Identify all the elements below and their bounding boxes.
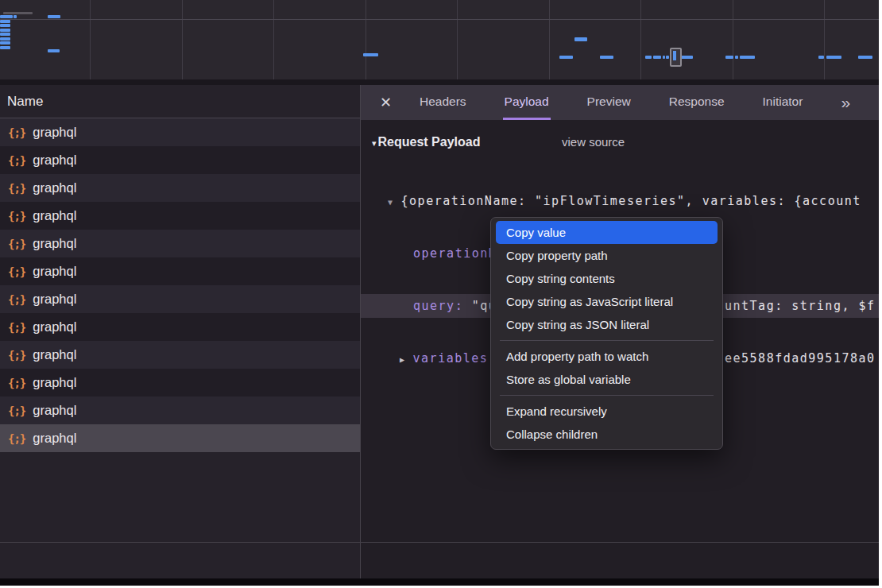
close-icon[interactable]: ✕ xyxy=(380,94,397,111)
view-source-link[interactable]: view source xyxy=(562,130,625,154)
property-key: query: xyxy=(413,299,463,313)
request-row[interactable]: {;}graphql xyxy=(0,118,360,146)
menu-item[interactable]: Store as global variable xyxy=(496,368,718,391)
request-timing-bar xyxy=(0,41,10,44)
name-column-header[interactable]: Name xyxy=(0,85,360,118)
request-timing-bar xyxy=(740,56,755,59)
menu-item[interactable]: Expand recursively xyxy=(496,400,718,423)
request-timing-bar xyxy=(858,56,872,59)
request-name-label: graphql xyxy=(33,347,76,362)
json-braces-icon: {;} xyxy=(8,126,25,139)
overview-separator xyxy=(0,79,879,85)
selected-request-marker-bar xyxy=(673,51,676,60)
timeline-gridline xyxy=(182,0,183,79)
request-name-label: graphql xyxy=(33,292,76,307)
tab-preview[interactable]: Preview xyxy=(586,85,632,120)
request-timing-bar xyxy=(600,56,613,59)
timeline-gray-bar xyxy=(3,12,33,14)
request-name-label: graphql xyxy=(33,375,76,390)
section-title: Request Payload xyxy=(378,135,481,149)
request-row[interactable]: {;}graphql xyxy=(0,257,360,285)
request-timing-bar xyxy=(680,56,693,59)
request-timing-bar xyxy=(0,33,10,36)
tab-response[interactable]: Response xyxy=(667,85,726,120)
property-value-fragment: untTag: string, $f xyxy=(725,294,876,318)
collapse-caret-icon[interactable]: ▼ xyxy=(388,198,393,207)
timeline-gridline xyxy=(549,0,550,79)
section-expand-caret-icon[interactable]: ▾ xyxy=(372,138,377,148)
json-braces-icon: {;} xyxy=(8,154,25,167)
request-timing-bar xyxy=(666,56,669,59)
request-timing-bar xyxy=(0,29,10,32)
menu-item[interactable]: Copy property path xyxy=(496,244,718,267)
request-name-label: graphql xyxy=(33,264,76,279)
request-timing-bar xyxy=(0,15,13,18)
request-name-label: graphql xyxy=(33,431,76,446)
json-braces-icon: {;} xyxy=(8,182,25,195)
json-braces-icon: {;} xyxy=(8,321,25,334)
tree-row-summary[interactable]: ▼ {operationName: "ipFlowTimeseries", va… xyxy=(361,189,879,213)
menu-item[interactable]: Copy value xyxy=(496,221,718,244)
timeline-gridline xyxy=(824,0,825,79)
request-timing-bar xyxy=(0,46,10,49)
request-row-selected[interactable]: {;}graphql xyxy=(0,424,360,452)
devtools-window: Name {;}graphql{;}graphql{;}graphql{;}gr… xyxy=(0,0,882,588)
json-braces-icon: {;} xyxy=(8,210,25,222)
request-row[interactable]: {;}graphql xyxy=(0,341,360,369)
request-name-label: graphql xyxy=(33,125,76,140)
request-timing-bar xyxy=(725,56,733,59)
object-preview-text: {operationName: "ipFlowTimeseries", vari… xyxy=(401,194,861,208)
timeline-gridline xyxy=(457,0,458,79)
request-name-label: graphql xyxy=(33,319,76,335)
timeline-gridline xyxy=(640,0,641,79)
request-row[interactable]: {;}graphql xyxy=(0,313,360,341)
tab-payload[interactable]: Payload xyxy=(503,85,551,120)
request-timing-bar xyxy=(826,56,841,59)
request-timing-bar xyxy=(363,53,378,56)
more-tabs-chevron-icon[interactable]: » xyxy=(841,93,850,112)
request-row[interactable]: {;}graphql xyxy=(0,174,360,202)
menu-item[interactable]: Add property path to watch xyxy=(496,345,718,368)
request-row[interactable]: {;}graphql xyxy=(0,230,360,257)
tab-headers[interactable]: Headers xyxy=(418,85,468,120)
request-timing-bar xyxy=(0,24,10,27)
property-value-fragment: ee5588fdad995178a0 xyxy=(725,346,876,370)
json-braces-icon: {;} xyxy=(8,349,25,362)
summary-divider xyxy=(0,542,879,543)
request-timing-bar xyxy=(559,56,573,59)
request-timing-bar xyxy=(818,56,824,59)
request-row[interactable]: {;}graphql xyxy=(0,397,360,424)
timeline-gridline xyxy=(733,0,733,79)
menu-item[interactable]: Copy string as JSON literal xyxy=(496,313,718,336)
menu-item[interactable]: Collapse children xyxy=(496,423,718,446)
request-timing-bar xyxy=(14,15,17,18)
json-braces-icon: {;} xyxy=(8,293,25,306)
timeline-gridline xyxy=(90,0,91,79)
json-braces-icon: {;} xyxy=(8,265,25,278)
request-list: {;}graphql{;}graphql{;}graphql{;}graphql… xyxy=(0,118,360,452)
expand-caret-icon[interactable]: ▶ xyxy=(400,355,404,364)
json-braces-icon: {;} xyxy=(8,404,25,417)
menu-item[interactable]: Copy string contents xyxy=(496,267,718,290)
window-bottom-bar xyxy=(0,578,879,586)
network-request-pane: Name {;}graphql{;}graphql{;}graphql{;}gr… xyxy=(0,85,360,578)
screenshot-right-margin xyxy=(879,0,882,588)
request-row[interactable]: {;}graphql xyxy=(0,146,360,174)
request-row[interactable]: {;}graphql xyxy=(0,285,360,313)
selected-request-marker xyxy=(670,48,682,67)
request-name-label: graphql xyxy=(33,403,76,418)
request-timing-bar xyxy=(645,56,652,59)
request-name-label: graphql xyxy=(33,180,76,195)
request-row[interactable]: {;}graphql xyxy=(0,202,360,230)
network-overview-timeline[interactable] xyxy=(0,0,879,81)
request-payload-section: ▾Request Payload view source xyxy=(361,130,879,154)
request-row[interactable]: {;}graphql xyxy=(0,369,360,397)
timeline-gridline xyxy=(366,0,366,79)
property-key: variables xyxy=(413,351,489,366)
tab-initiator[interactable]: Initiator xyxy=(761,85,805,120)
request-name-label: graphql xyxy=(33,236,76,251)
request-timing-bar xyxy=(48,49,60,52)
timeline-row-divider xyxy=(0,19,879,20)
menu-item[interactable]: Copy string as JavaScript literal xyxy=(496,290,718,313)
menu-separator xyxy=(500,340,714,341)
